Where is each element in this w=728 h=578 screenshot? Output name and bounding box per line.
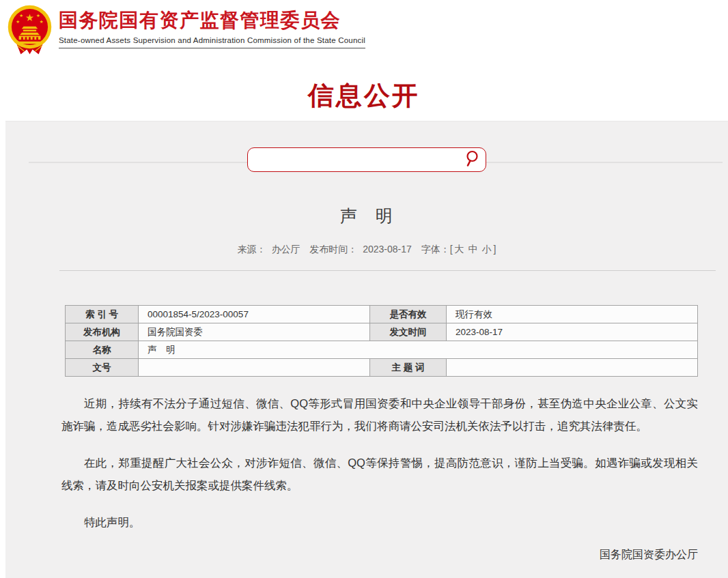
search-icon xyxy=(462,149,481,170)
paragraph: 特此声明。 xyxy=(61,511,698,534)
meta-font-label: 字体： xyxy=(421,244,450,255)
table-row: 名称 声 明 xyxy=(66,341,698,359)
meta-time-label: 发布时间： xyxy=(309,244,357,255)
font-size-small[interactable]: 小 xyxy=(482,244,492,255)
signature: 国务院国资委办公厅 xyxy=(61,548,698,562)
table-label-issuer: 发布机构 xyxy=(66,323,139,341)
table-label-keywords: 主 题 词 xyxy=(370,359,447,377)
national-emblem-icon: ★ ★ ★ ★ ★ xyxy=(6,4,53,57)
font-size-medium[interactable]: 中 xyxy=(468,244,478,255)
table-value-index-number: 00001854-5/2023-00057 xyxy=(139,306,370,323)
table-label-name: 名称 xyxy=(66,341,139,359)
header-text: 国务院国有资产监督管理委员会 State-owned Assets Superv… xyxy=(59,4,365,48)
table-row: 发布机构 国务院国资委 发文时间 2023-08-17 xyxy=(66,323,698,341)
meta-bracket-close: ] xyxy=(494,244,496,255)
info-table: 索 引 号 00001854-5/2023-00057 是否有效 现行有效 发布… xyxy=(65,305,698,377)
site-subtitle: State-owned Assets Supervision and Admin… xyxy=(59,36,365,48)
svg-text:★: ★ xyxy=(40,19,44,24)
svg-text:★: ★ xyxy=(25,12,34,23)
table-row: 文号 主 题 词 xyxy=(66,359,698,377)
article-meta: 来源： 办公厅 发布时间： 2023-08-17 字体：[大中小] xyxy=(5,244,728,256)
table-value-keywords xyxy=(447,359,698,377)
site-title: 国务院国有资产监督管理委员会 xyxy=(59,10,365,31)
table-value-doc-number xyxy=(139,359,370,377)
meta-time-value: 2023-08-17 xyxy=(363,244,412,255)
site-header: ★ ★ ★ ★ ★ 国务院国有资产监督管理委员会 State-owned Ass… xyxy=(0,0,728,57)
search-input[interactable] xyxy=(248,148,457,171)
svg-text:★: ★ xyxy=(36,13,40,18)
table-label-validity: 是否有效 xyxy=(370,306,447,323)
content-panel: 声 明 来源： 办公厅 发布时间： 2023-08-17 字体：[大中小] 索 … xyxy=(5,121,728,578)
paragraph: 在此，郑重提醒广大社会公众，对涉诈短信、微信、QQ等保持警惕，提高防范意识，谨防… xyxy=(61,452,698,497)
meta-source-label: 来源： xyxy=(238,244,266,255)
table-value-issue-date: 2023-08-17 xyxy=(447,323,698,341)
search-box xyxy=(247,147,486,172)
table-label-index-number: 索 引 号 xyxy=(66,306,139,323)
table-row: 索 引 号 00001854-5/2023-00057 是否有效 现行有效 xyxy=(66,306,698,323)
font-size-large[interactable]: 大 xyxy=(455,244,464,255)
article-title: 声 明 xyxy=(5,205,728,227)
article-body: 近期，持续有不法分子通过短信、微信、QQ等形式冒用国资委和中央企业领导干部身份，… xyxy=(61,392,698,578)
svg-text:★: ★ xyxy=(16,19,20,24)
search-button[interactable] xyxy=(457,148,486,171)
table-label-doc-number: 文号 xyxy=(66,359,139,377)
meta-bracket-open: [ xyxy=(450,244,453,255)
meta-source-value: 办公厅 xyxy=(271,244,300,255)
paragraph: 近期，持续有不法分子通过短信、微信、QQ等形式冒用国资委和中央企业领导干部身份，… xyxy=(61,392,698,437)
table-label-issue-date: 发文时间 xyxy=(370,323,447,341)
table-value-issuer: 国务院国资委 xyxy=(139,323,370,341)
divider xyxy=(59,270,716,271)
table-value-name: 声 明 xyxy=(139,341,698,359)
search-row xyxy=(5,121,728,198)
svg-text:★: ★ xyxy=(19,13,23,18)
table-value-validity: 现行有效 xyxy=(447,306,698,323)
page-title: 信息公开 xyxy=(0,78,728,113)
